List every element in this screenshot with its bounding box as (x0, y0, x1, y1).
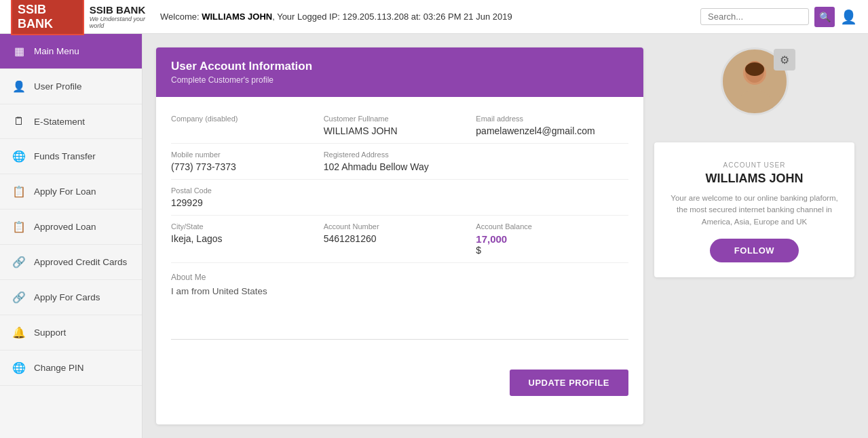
account-balance-label: Account Balance (476, 222, 628, 231)
mobile-label: Mobile number (171, 151, 324, 159)
sidebar-item-label: Funds Transfer (34, 151, 96, 161)
link-icon: 🔗 (12, 256, 26, 268)
logo-box: SSIB BANK (11, 0, 84, 35)
email-value: pamelawenzel4@gmail.com (476, 125, 628, 136)
logo-area: SSIB BANK SSIB BANK We Understand your w… (11, 0, 153, 35)
globe-icon: 🌐 (12, 150, 26, 163)
welcome-text: Welcome: WILLIAMS JOHN, Your Logged IP: … (153, 12, 700, 22)
sidebar: ▦ Main Menu 👤 User Profile 🗒 E-Statement… (0, 34, 143, 438)
sidebar-item-apply-for-loan[interactable]: 📋 Apply For Loan (0, 174, 142, 210)
sidebar-item-change-pin[interactable]: 🌐 Change PIN (0, 351, 142, 386)
avatar-wrapper: ⚙ (721, 47, 789, 115)
about-section: About Me I am from United States (171, 273, 628, 327)
fullname-field: Customer Fullname WILLIAMS JOHN (324, 108, 476, 144)
clipboard-icon: 📋 (12, 185, 26, 198)
welcome-prefix: Welcome: (160, 12, 202, 22)
content-area: User Account Information Complete Custom… (143, 34, 868, 438)
globe2-icon: 🌐 (12, 361, 26, 374)
welcome-name: WILLIAMS JOHN (202, 12, 272, 22)
user-account-button[interactable]: 👤 (840, 9, 857, 25)
welcome-at: at: 03:26 PM 21 Jun 2019 (409, 12, 512, 22)
svg-point-4 (745, 62, 764, 76)
form-grid: Company (disabled) Customer Fullname WIL… (171, 108, 628, 263)
document-icon: 🗒 (12, 115, 26, 127)
panel-subtitle: Complete Customer's profile (171, 75, 628, 85)
sidebar-item-label: Support (34, 327, 66, 338)
account-balance-currency: $ (476, 245, 628, 256)
email-field: Email address pamelawenzel4@gmail.com (476, 108, 628, 144)
account-number-field: Account Number 5461281260 (324, 216, 476, 263)
link2-icon: 🔗 (12, 291, 26, 304)
sidebar-item-approved-loan[interactable]: 📋 Approved Loan (0, 210, 142, 245)
sidebar-item-label: Change PIN (34, 363, 84, 373)
main-layout: ▦ Main Menu 👤 User Profile 🗒 E-Statement… (0, 34, 868, 438)
sidebar-item-e-statement[interactable]: 🗒 E-Statement (0, 104, 142, 139)
sidebar-item-label: Approved Loan (34, 222, 96, 232)
panel-footer: UPDATE PROFILE (156, 363, 643, 408)
fullname-label: Customer Fullname (324, 115, 476, 123)
sidebar-item-support[interactable]: 🔔 Support (0, 315, 142, 351)
postal-field: Postal Code 129929 (171, 180, 628, 216)
right-panel: ⚙ ACCOUNT USER WILLIAMS JOHN Your are we… (654, 47, 854, 424)
search-input[interactable] (700, 8, 809, 25)
profile-card: ACCOUNT USER WILLIAMS JOHN Your are welc… (654, 142, 854, 277)
sidebar-item-approved-credit-cards[interactable]: 🔗 Approved Credit Cards (0, 245, 142, 280)
about-text: I am from United States (171, 286, 628, 327)
update-profile-button[interactable]: UPDATE PROFILE (510, 370, 628, 396)
header-right: 🔍 👤 (700, 7, 857, 27)
sidebar-item-user-profile[interactable]: 👤 User Profile (0, 69, 142, 104)
panel-title: User Account Information (171, 60, 628, 73)
sidebar-item-main-menu[interactable]: ▦ Main Menu (0, 34, 142, 69)
account-balance-value: 17,000 (476, 233, 628, 245)
city-field: City/State Ikeja, Lagos (171, 216, 324, 263)
sidebar-item-label: Approved Credit Cards (34, 257, 127, 267)
main-panel: User Account Information Complete Custom… (156, 47, 643, 424)
account-user-label: ACCOUNT USER (666, 161, 842, 169)
bell-icon: 🔔 (12, 326, 26, 339)
panel-body: Company (disabled) Customer Fullname WIL… (156, 97, 643, 363)
search-button[interactable]: 🔍 (814, 7, 835, 27)
bank-tagline: We Understand your world (90, 16, 153, 29)
postal-label: Postal Code (171, 186, 628, 195)
city-value: Ikeja, Lagos (171, 233, 324, 244)
gear-button[interactable]: ⚙ (774, 49, 795, 71)
account-description: Your are welcome to our online banking p… (666, 193, 842, 228)
sidebar-item-label: User Profile (34, 81, 82, 92)
clipboard2-icon: 📋 (12, 220, 26, 233)
account-balance-field: Account Balance 17,000 $ (476, 216, 628, 263)
panel-header: User Account Information Complete Custom… (156, 47, 643, 97)
sidebar-item-label: Apply For Loan (34, 186, 96, 197)
sidebar-item-label: Apply For Cards (34, 292, 100, 302)
header: SSIB BANK SSIB BANK We Understand your w… (0, 0, 868, 34)
mobile-value: (773) 773-7373 (171, 161, 324, 172)
divider (171, 339, 628, 340)
account-number-label: Account Number (324, 222, 476, 231)
registered-address-value: 102 Ahmadu Bellow Way (324, 161, 628, 172)
sidebar-item-label: E-Statement (34, 117, 85, 127)
main-menu-label: Main Menu (34, 46, 79, 56)
about-label: About Me (171, 273, 628, 282)
follow-button[interactable]: FOLLOW (710, 239, 799, 262)
email-label: Email address (476, 115, 628, 123)
mobile-field: Mobile number (773) 773-7373 (171, 144, 324, 180)
bank-name: SSIB BANK (90, 4, 153, 16)
registered-address-field: Registered Address 102 Ahmadu Bellow Way (324, 144, 628, 180)
postal-value: 129929 (171, 197, 628, 208)
user-icon: 👤 (12, 80, 26, 93)
sidebar-item-funds-transfer[interactable]: 🌐 Funds Transfer (0, 139, 142, 174)
sidebar-item-apply-for-cards[interactable]: 🔗 Apply For Cards (0, 280, 142, 315)
welcome-ip: 129.205.113.208 (343, 12, 409, 22)
company-label: Company (disabled) (171, 115, 324, 123)
city-label: City/State (171, 222, 324, 231)
account-number-value: 5461281260 (324, 233, 476, 244)
grid-icon: ▦ (12, 45, 26, 58)
logo-text: SSIB BANK (18, 3, 53, 31)
company-field: Company (disabled) (171, 108, 324, 144)
fullname-value: WILLIAMS JOHN (324, 125, 476, 136)
svg-point-0 (736, 89, 774, 108)
welcome-ip-prefix: , Your Logged IP: (272, 12, 342, 22)
logo-text-area: SSIB BANK We Understand your world (90, 4, 153, 29)
account-user-name: WILLIAMS JOHN (666, 172, 842, 186)
registered-address-label: Registered Address (324, 151, 628, 159)
